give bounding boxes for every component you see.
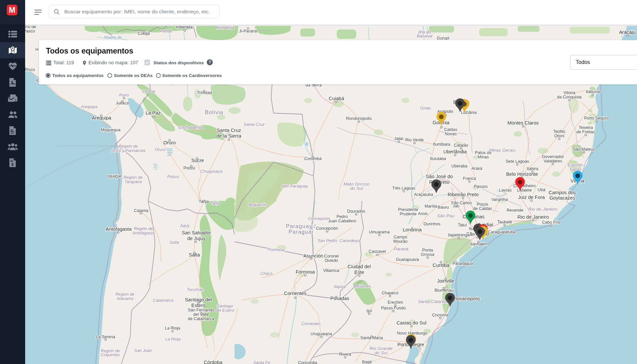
svg-text:del Estero: del Estero	[215, 308, 234, 313]
svg-text:Novas: Novas	[445, 132, 456, 136]
svg-text:Paraguay /: Paraguay /	[286, 223, 316, 229]
svg-text:Chuquisaca: Chuquisaca	[200, 169, 222, 174]
svg-text:La Rioja: La Rioja	[165, 337, 181, 342]
svg-text:Prudente: Prudente	[400, 212, 417, 216]
svg-text:Iquique: Iquique	[108, 174, 121, 178]
svg-text:Jaú: Jaú	[453, 204, 459, 208]
svg-text:Presidente: Presidente	[398, 207, 418, 212]
svg-text:Uberaba: Uberaba	[451, 164, 467, 168]
svg-text:Teixeira: Teixeira	[578, 125, 593, 130]
svg-text:Puno: Puno	[119, 93, 129, 97]
svg-text:Misiones: Misiones	[355, 284, 371, 289]
svg-text:Rio Verde: Rio Verde	[405, 138, 424, 142]
svg-text:Potosí: Potosí	[183, 166, 195, 170]
svg-text:Luziânia: Luziânia	[461, 110, 477, 115]
svg-text:Jujuy: Jujuy	[179, 223, 190, 228]
svg-text:Posadas: Posadas	[330, 296, 349, 301]
svg-text:Chapecó: Chapecó	[382, 291, 398, 295]
svg-text:Umuarama: Umuarama	[369, 230, 390, 234]
svg-text:La Paz: La Paz	[145, 110, 161, 116]
svg-text:da Conquista: da Conquista	[557, 95, 582, 99]
svg-text:Minas: Minas	[477, 155, 489, 159]
svg-text:Santiago: Santiago	[216, 304, 233, 308]
svg-text:Santa Fe: Santa Fe	[253, 360, 270, 364]
svg-text:Assis: Assis	[418, 211, 428, 216]
svg-text:Cabo Frio: Cabo Frio	[542, 220, 561, 225]
svg-text:Santa Catarina: Santa Catarina	[418, 299, 448, 304]
svg-text:Arica y Parinacota: Arica y Parinacota	[111, 148, 145, 153]
svg-text:Franca: Franca	[463, 176, 476, 181]
svg-text:Valadares: Valadares	[544, 159, 562, 163]
svg-text:Itabira: Itabira	[527, 166, 538, 171]
svg-text:São José do: São José do	[426, 174, 453, 179]
svg-text:Araxá: Araxá	[471, 166, 483, 171]
svg-text:San Pedro: San Pedro	[317, 238, 337, 243]
svg-text:Tarapacá: Tarapacá	[124, 179, 142, 184]
svg-text:Potosí: Potosí	[167, 174, 180, 179]
svg-text:San Juan: San Juan	[134, 348, 152, 353]
svg-text:Formosa: Formosa	[296, 269, 315, 275]
svg-text:Rondonópolis: Rondonópolis	[346, 116, 372, 121]
svg-text:Arequipa: Arequipa	[80, 104, 98, 109]
svg-text:Cuiabá: Cuiabá	[329, 96, 344, 101]
svg-text:Chaco: Chaco	[260, 271, 272, 276]
svg-text:Caldas: Caldas	[444, 127, 457, 132]
svg-text:San Salvador: San Salvador	[182, 230, 211, 235]
svg-text:Región de: Región de	[134, 226, 153, 231]
svg-text:Marília: Marília	[425, 204, 437, 209]
svg-text:Ubá: Ubá	[538, 188, 546, 192]
svg-text:Guarapuava: Guarapuava	[396, 257, 419, 262]
svg-text:Coronel: Coronel	[324, 254, 339, 259]
svg-text:Región de: Región de	[116, 292, 135, 297]
svg-text:Goiás: Goiás	[420, 106, 431, 111]
svg-text:Bananal: Bananal	[417, 34, 433, 39]
svg-text:Santiago del: Santiago del	[185, 297, 212, 302]
svg-text:Otoni: Otoni	[554, 134, 564, 138]
svg-text:Alto Paraguay: Alto Paraguay	[281, 184, 308, 189]
svg-text:Passo Fundo: Passo Fundo	[381, 306, 406, 310]
svg-text:Coquimbo: Coquimbo	[101, 353, 120, 357]
svg-text:Córdoba: Córdoba	[204, 360, 223, 364]
svg-text:Corrientes: Corrientes	[284, 291, 307, 296]
svg-text:Minas Gerais: Minas Gerais	[489, 148, 516, 153]
svg-text:Poços: Poços	[477, 202, 489, 207]
svg-text:Villarrica: Villarrica	[323, 268, 339, 273]
svg-text:Santa Cruz: Santa Cruz	[244, 122, 265, 127]
svg-text:Tatuí: Tatuí	[458, 223, 467, 227]
svg-text:Vitória: Vitória	[563, 90, 575, 95]
svg-text:Tarija: Tarija	[210, 201, 220, 206]
svg-text:Lavras: Lavras	[499, 188, 512, 193]
svg-text:Canindeyú: Canindeyú	[339, 238, 360, 243]
svg-text:Jataí: Jataí	[394, 136, 403, 141]
svg-text:H: H	[35, 47, 38, 52]
svg-text:Este: Este	[354, 270, 364, 275]
svg-text:Porto Seguro: Porto Seguro	[584, 116, 609, 121]
svg-text:Grossa: Grossa	[421, 252, 434, 257]
svg-text:do Sul: do Sul	[350, 186, 363, 191]
svg-text:Paraná: Paraná	[394, 246, 408, 251]
svg-text:$: $	[12, 162, 14, 166]
svg-text:Ijuí: Ijuí	[367, 308, 372, 313]
svg-text:Itabuna: Itabuna	[586, 89, 600, 94]
svg-text:Itumbiara: Itumbiara	[433, 142, 450, 147]
svg-text:Campos dos: Campos dos	[549, 190, 576, 195]
svg-text:do Sul: do Sul	[375, 350, 388, 355]
svg-text:Ponta: Ponta	[422, 248, 433, 252]
svg-text:Pando: Pando	[160, 29, 172, 33]
svg-text:Bagé: Bagé	[362, 360, 372, 364]
svg-text:Región de: Región de	[124, 175, 143, 180]
svg-text:La Paz: La Paz	[143, 89, 156, 94]
svg-text:São Pau: São Pau	[437, 213, 454, 218]
svg-text:Atacama: Atacama	[116, 296, 133, 301]
svg-text:Antofagasta: Antofagasta	[106, 226, 132, 232]
svg-text:de Jujuy: de Jujuy	[187, 236, 206, 241]
svg-text:Ciudad del: Ciudad del	[347, 264, 371, 269]
svg-text:Pasco: Pasco	[25, 29, 35, 33]
svg-text:Juan Caballero: Juan Caballero	[328, 219, 356, 223]
svg-text:de la Sierra: de la Sierra	[216, 133, 242, 139]
svg-text:Florianópolis: Florianópolis	[453, 296, 480, 301]
svg-text:Tucumán: Tucumán	[187, 287, 204, 292]
svg-text:Gurupi: Gurupi	[437, 36, 449, 41]
svg-text:Cascavel: Cascavel	[369, 249, 386, 254]
svg-text:Pedro: Pedro	[336, 214, 347, 219]
